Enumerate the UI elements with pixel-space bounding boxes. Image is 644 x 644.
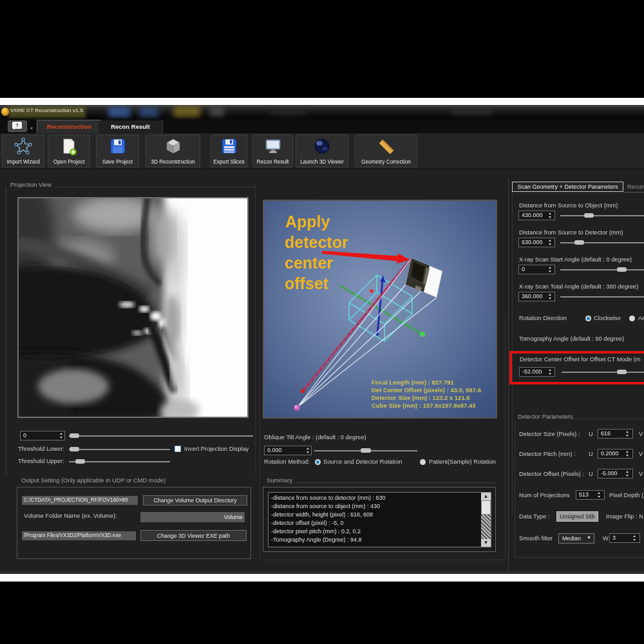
svg-text:Det Center Offset (pixels) : 4: Det Center Offset (pixels) : 43.0, 567.6 [372,386,481,393]
svg-text:offset: offset [285,274,329,292]
svg-text:detector: detector [285,233,348,251]
svg-text:Detector Size (mm) : 123.2 x 1: Detector Size (mm) : 123.2 x 121.6 [372,394,470,401]
svg-text:Apply: Apply [285,213,330,231]
svg-text:Cube Size (mm) : 157.9x157.9x8: Cube Size (mm) : 157.9x157.9x87.43 [372,402,476,409]
svg-text:center: center [285,254,333,272]
svg-text:Focal Length (mm) : 827.791: Focal Length (mm) : 827.791 [372,379,454,386]
